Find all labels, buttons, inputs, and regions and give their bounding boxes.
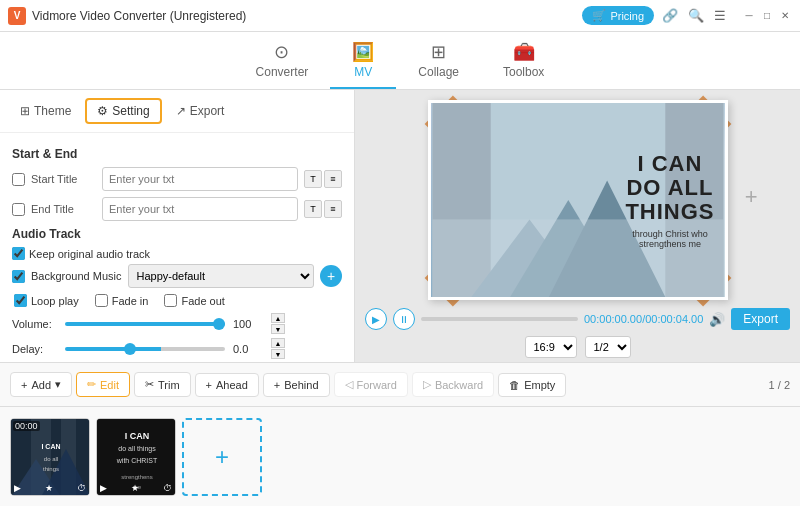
svg-text:I CAN: I CAN — [41, 443, 60, 450]
fade-out-checkbox[interactable] — [164, 294, 177, 307]
volume-slider[interactable] — [65, 322, 225, 326]
collage-icon: ⊞ — [431, 41, 446, 63]
menu-icon[interactable]: ☰ — [714, 8, 726, 23]
delay-down-btn[interactable]: ▼ — [271, 349, 285, 359]
page-select[interactable]: 1/21/1 — [585, 336, 631, 358]
bg-music-checkbox[interactable] — [12, 270, 25, 283]
volume-label: Volume: — [12, 318, 57, 330]
sub-tab-theme[interactable]: ⊞ Theme — [10, 100, 81, 122]
start-title-label: Start Title — [31, 173, 96, 185]
close-button[interactable]: ✕ — [778, 9, 792, 23]
start-title-layout-btn[interactable]: ≡ — [324, 170, 342, 188]
end-title-layout-btn[interactable]: ≡ — [324, 200, 342, 218]
pricing-button[interactable]: 🛒 Pricing — [582, 6, 654, 25]
forward-button[interactable]: ◁ Forward — [334, 372, 408, 397]
svg-text:things: things — [43, 466, 59, 472]
bg-music-select[interactable]: Happy-defaultNoneCustom — [128, 264, 315, 288]
svg-text:do all things: do all things — [118, 445, 156, 453]
link-icon[interactable]: 🔗 — [662, 8, 678, 23]
start-title-checkbox[interactable] — [12, 173, 25, 186]
start-title-icons: T ≡ — [304, 170, 342, 188]
aspect-ratio-select[interactable]: 16:94:31:1 — [525, 336, 577, 358]
delay-slider[interactable] — [65, 347, 225, 351]
main-content: ⊞ Theme ⚙ Setting ↗ Export Start & End S… — [0, 90, 800, 362]
svg-text:I CAN: I CAN — [125, 431, 150, 441]
export-icon: ↗ — [176, 104, 186, 118]
backward-label: Backward — [435, 379, 483, 391]
fade-in-option: Fade in — [95, 294, 149, 307]
minimize-button[interactable]: ─ — [742, 9, 756, 23]
tab-toolbox[interactable]: 🧰 Toolbox — [481, 35, 566, 89]
titlebar-left: V Vidmore Video Converter (Unregistered) — [8, 7, 246, 25]
tab-converter[interactable]: ⊙ Converter — [234, 35, 331, 89]
volume-up-btn[interactable]: ▲ — [271, 313, 285, 323]
backward-button[interactable]: ▷ Backward — [412, 372, 494, 397]
timeline-clip-1[interactable]: I CAN do all things 00:00 ▶ ★ ⏱ — [10, 418, 90, 496]
clip-2-play-icon: ▶ — [100, 483, 107, 493]
edit-button[interactable]: ✏ Edit — [76, 372, 130, 397]
cart-icon: 🛒 — [592, 9, 606, 22]
ahead-button[interactable]: + Ahead — [195, 373, 259, 397]
clip-1-time: 00:00 — [13, 421, 40, 431]
playback-controls: ▶ ⏸ 00:00:00.00/00:00:04.00 🔊 Export — [355, 304, 800, 334]
timeline: I CAN do all things 00:00 ▶ ★ ⏱ I CAN do… — [0, 406, 800, 506]
theme-grid-icon: ⊞ — [20, 104, 30, 118]
keep-original-label: Keep original audio track — [29, 248, 150, 260]
page-indicator: 1 / 2 — [769, 379, 790, 391]
clip-1-icons: ▶ ★ ⏱ — [11, 483, 89, 493]
end-title-checkbox[interactable] — [12, 203, 25, 216]
svg-text:with CHRIST: with CHRIST — [116, 457, 158, 464]
sub-tab-setting[interactable]: ⚙ Setting — [85, 98, 161, 124]
empty-label: Empty — [524, 379, 555, 391]
volume-down-btn[interactable]: ▼ — [271, 324, 285, 334]
play-button[interactable]: ▶ — [365, 308, 387, 330]
backward-icon: ▷ — [423, 378, 431, 391]
export-button[interactable]: Export — [731, 308, 790, 330]
delay-up-btn[interactable]: ▲ — [271, 338, 285, 348]
preview-sub-text: through Christ who strengthens me — [625, 228, 714, 248]
sub-tab-export[interactable]: ↗ Export — [166, 100, 235, 122]
timeline-clip-2[interactable]: I CAN do all things with CHRIST strength… — [96, 418, 176, 496]
left-panel: ⊞ Theme ⚙ Setting ↗ Export Start & End S… — [0, 90, 355, 362]
add-clip-icon: + — [215, 443, 229, 471]
clip-2-bg: I CAN do all things with CHRIST strength… — [97, 419, 175, 495]
add-music-button[interactable]: + — [320, 265, 342, 287]
ahead-icon: + — [206, 379, 212, 391]
volume-value: 100 — [233, 318, 263, 330]
clip-2-clock-icon: ⏱ — [163, 483, 172, 493]
end-title-row: End Title T ≡ — [12, 197, 342, 221]
add-clip-button[interactable]: + — [182, 418, 262, 496]
keep-original-checkbox[interactable] — [12, 247, 25, 260]
tab-collage[interactable]: ⊞ Collage — [396, 35, 481, 89]
fade-in-label: Fade in — [112, 295, 149, 307]
start-title-font-btn[interactable]: T — [304, 170, 322, 188]
behind-button[interactable]: + Behind — [263, 373, 330, 397]
maximize-button[interactable]: □ — [760, 9, 774, 23]
setting-tab-label: Setting — [112, 104, 149, 118]
search-icon[interactable]: 🔍 — [688, 8, 704, 23]
add-button[interactable]: + Add ▾ — [10, 372, 72, 397]
behind-label: Behind — [284, 379, 318, 391]
trim-icon: ✂ — [145, 378, 154, 391]
forward-label: Forward — [357, 379, 397, 391]
start-title-input[interactable] — [102, 167, 298, 191]
delay-spinner: ▲ ▼ — [271, 338, 285, 359]
start-title-row: Start Title T ≡ — [12, 167, 342, 191]
volume-icon[interactable]: 🔊 — [709, 312, 725, 327]
fade-out-option: Fade out — [164, 294, 224, 307]
loop-play-checkbox[interactable] — [14, 294, 27, 307]
trim-button[interactable]: ✂ Trim — [134, 372, 191, 397]
fade-in-checkbox[interactable] — [95, 294, 108, 307]
add-clip-plus[interactable]: + — [745, 184, 758, 210]
empty-button[interactable]: 🗑 Empty — [498, 373, 566, 397]
right-panel: I CAN DO ALL THINGS through Christ who s… — [355, 90, 800, 362]
stop-button[interactable]: ⏸ — [393, 308, 415, 330]
end-title-input[interactable] — [102, 197, 298, 221]
progress-bar[interactable] — [421, 317, 578, 321]
preview-main-text: I CAN DO ALL THINGS — [625, 152, 714, 225]
converter-label: Converter — [256, 65, 309, 79]
bg-music-label: Background Music — [31, 270, 122, 282]
end-title-font-btn[interactable]: T — [304, 200, 322, 218]
tab-mv[interactable]: 🖼️ MV — [330, 35, 396, 89]
bg-music-row: Background Music Happy-defaultNoneCustom… — [12, 264, 342, 288]
